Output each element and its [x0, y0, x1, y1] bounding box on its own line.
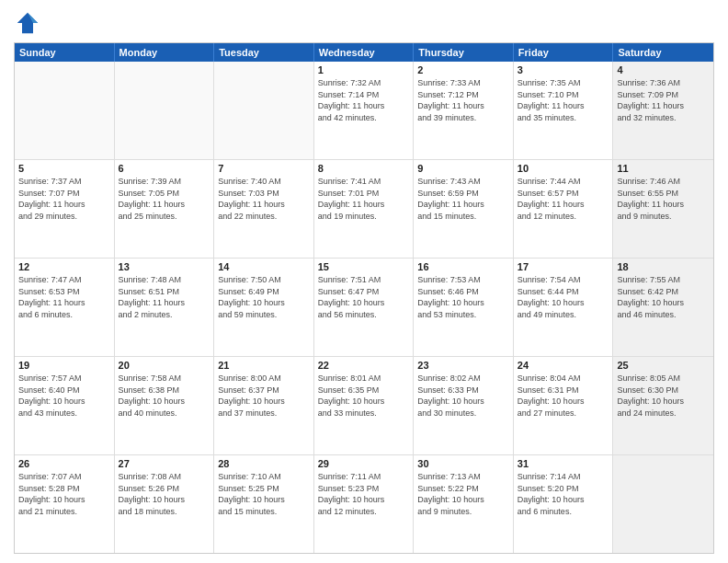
day-info-8: Sunrise: 7:41 AM Sunset: 7:01 PM Dayligh…: [318, 176, 410, 222]
logo: [14, 9, 45, 37]
day-info-9: Sunrise: 7:43 AM Sunset: 6:59 PM Dayligh…: [417, 176, 509, 222]
day-number-29: 29: [318, 458, 410, 469]
week-row-2: 12Sunrise: 7:47 AM Sunset: 6:53 PM Dayli…: [15, 259, 713, 357]
day-cell-16: 16Sunrise: 7:53 AM Sunset: 6:46 PM Dayli…: [414, 259, 514, 356]
day-number-3: 3: [518, 64, 609, 75]
week-row-3: 19Sunrise: 7:57 AM Sunset: 6:40 PM Dayli…: [15, 357, 713, 455]
day-cell-26: 26Sunrise: 7:07 AM Sunset: 5:28 PM Dayli…: [15, 455, 115, 553]
day-number-25: 25: [617, 360, 710, 371]
week-row-4: 26Sunrise: 7:07 AM Sunset: 5:28 PM Dayli…: [15, 455, 713, 553]
day-number-6: 6: [119, 163, 210, 174]
day-cell-22: 22Sunrise: 8:01 AM Sunset: 6:35 PM Dayli…: [314, 357, 415, 454]
day-info-11: Sunrise: 7:46 AM Sunset: 6:55 PM Dayligh…: [617, 176, 710, 222]
day-info-17: Sunrise: 7:54 AM Sunset: 6:44 PM Dayligh…: [518, 274, 609, 320]
day-cell-13: 13Sunrise: 7:48 AM Sunset: 6:51 PM Dayli…: [115, 259, 215, 356]
day-header-sunday: Sunday: [15, 43, 115, 62]
day-info-5: Sunrise: 7:37 AM Sunset: 7:07 PM Dayligh…: [18, 176, 110, 222]
day-header-thursday: Thursday: [414, 43, 514, 62]
day-number-28: 28: [218, 458, 310, 469]
day-info-1: Sunrise: 7:32 AM Sunset: 7:14 PM Dayligh…: [318, 77, 410, 123]
day-number-23: 23: [417, 360, 509, 371]
day-number-7: 7: [218, 163, 310, 174]
day-info-22: Sunrise: 8:01 AM Sunset: 6:35 PM Dayligh…: [318, 373, 410, 419]
day-cell-30: 30Sunrise: 7:13 AM Sunset: 5:22 PM Dayli…: [414, 455, 514, 553]
day-cell-empty-4-6: [613, 455, 713, 553]
day-info-26: Sunrise: 7:07 AM Sunset: 5:28 PM Dayligh…: [18, 471, 110, 517]
day-cell-27: 27Sunrise: 7:08 AM Sunset: 5:26 PM Dayli…: [115, 455, 215, 553]
day-cell-31: 31Sunrise: 7:14 AM Sunset: 5:20 PM Dayli…: [514, 455, 614, 553]
calendar-body: 1Sunrise: 7:32 AM Sunset: 7:14 PM Daylig…: [15, 62, 713, 553]
day-cell-15: 15Sunrise: 7:51 AM Sunset: 6:47 PM Dayli…: [314, 259, 415, 356]
day-info-10: Sunrise: 7:44 AM Sunset: 6:57 PM Dayligh…: [518, 176, 609, 222]
day-info-14: Sunrise: 7:50 AM Sunset: 6:49 PM Dayligh…: [218, 274, 310, 320]
day-info-27: Sunrise: 7:08 AM Sunset: 5:26 PM Dayligh…: [119, 471, 210, 517]
day-number-19: 19: [18, 360, 110, 371]
day-cell-28: 28Sunrise: 7:10 AM Sunset: 5:25 PM Dayli…: [214, 455, 314, 553]
day-cell-empty-0-1: [115, 62, 215, 159]
calendar: SundayMondayTuesdayWednesdayThursdayFrid…: [14, 42, 714, 554]
day-cell-23: 23Sunrise: 8:02 AM Sunset: 6:33 PM Dayli…: [414, 357, 514, 454]
logo-icon: [14, 9, 41, 37]
day-number-11: 11: [617, 163, 710, 174]
day-info-7: Sunrise: 7:40 AM Sunset: 7:03 PM Dayligh…: [218, 176, 310, 222]
day-cell-12: 12Sunrise: 7:47 AM Sunset: 6:53 PM Dayli…: [15, 259, 115, 356]
day-number-17: 17: [518, 261, 609, 272]
day-cell-18: 18Sunrise: 7:55 AM Sunset: 6:42 PM Dayli…: [613, 259, 713, 356]
day-info-19: Sunrise: 7:57 AM Sunset: 6:40 PM Dayligh…: [18, 373, 110, 419]
day-header-friday: Friday: [514, 43, 614, 62]
day-header-saturday: Saturday: [613, 43, 713, 62]
day-cell-7: 7Sunrise: 7:40 AM Sunset: 7:03 PM Daylig…: [214, 160, 314, 258]
day-cell-24: 24Sunrise: 8:04 AM Sunset: 6:31 PM Dayli…: [514, 357, 614, 454]
day-number-10: 10: [518, 163, 609, 174]
week-row-1: 5Sunrise: 7:37 AM Sunset: 7:07 PM Daylig…: [15, 160, 713, 259]
day-info-18: Sunrise: 7:55 AM Sunset: 6:42 PM Dayligh…: [617, 274, 710, 320]
day-number-12: 12: [18, 261, 110, 272]
calendar-header: SundayMondayTuesdayWednesdayThursdayFrid…: [15, 43, 713, 62]
day-number-8: 8: [318, 163, 410, 174]
day-cell-20: 20Sunrise: 7:58 AM Sunset: 6:38 PM Dayli…: [115, 357, 215, 454]
day-number-20: 20: [119, 360, 210, 371]
day-cell-2: 2Sunrise: 7:33 AM Sunset: 7:12 PM Daylig…: [414, 62, 514, 159]
day-cell-1: 1Sunrise: 7:32 AM Sunset: 7:14 PM Daylig…: [314, 62, 415, 159]
day-info-4: Sunrise: 7:36 AM Sunset: 7:09 PM Dayligh…: [617, 77, 710, 123]
day-number-1: 1: [318, 64, 410, 75]
day-info-25: Sunrise: 8:05 AM Sunset: 6:30 PM Dayligh…: [617, 373, 710, 419]
day-cell-21: 21Sunrise: 8:00 AM Sunset: 6:37 PM Dayli…: [214, 357, 314, 454]
header: [14, 9, 714, 37]
day-number-24: 24: [518, 360, 609, 371]
day-number-26: 26: [18, 458, 110, 469]
day-cell-6: 6Sunrise: 7:39 AM Sunset: 7:05 PM Daylig…: [115, 160, 215, 258]
day-cell-25: 25Sunrise: 8:05 AM Sunset: 6:30 PM Dayli…: [613, 357, 713, 454]
day-info-23: Sunrise: 8:02 AM Sunset: 6:33 PM Dayligh…: [417, 373, 509, 419]
day-header-wednesday: Wednesday: [314, 43, 415, 62]
day-cell-5: 5Sunrise: 7:37 AM Sunset: 7:07 PM Daylig…: [15, 160, 115, 258]
day-number-5: 5: [18, 163, 110, 174]
day-number-9: 9: [417, 163, 509, 174]
day-number-18: 18: [617, 261, 710, 272]
day-cell-10: 10Sunrise: 7:44 AM Sunset: 6:57 PM Dayli…: [514, 160, 614, 258]
day-cell-8: 8Sunrise: 7:41 AM Sunset: 7:01 PM Daylig…: [314, 160, 415, 258]
page: SundayMondayTuesdayWednesdayThursdayFrid…: [0, 0, 728, 563]
day-info-2: Sunrise: 7:33 AM Sunset: 7:12 PM Dayligh…: [417, 77, 509, 123]
day-number-15: 15: [318, 261, 410, 272]
day-info-24: Sunrise: 8:04 AM Sunset: 6:31 PM Dayligh…: [518, 373, 609, 419]
day-cell-14: 14Sunrise: 7:50 AM Sunset: 6:49 PM Dayli…: [214, 259, 314, 356]
day-info-30: Sunrise: 7:13 AM Sunset: 5:22 PM Dayligh…: [417, 471, 509, 517]
day-number-2: 2: [417, 64, 509, 75]
day-number-21: 21: [218, 360, 310, 371]
day-cell-11: 11Sunrise: 7:46 AM Sunset: 6:55 PM Dayli…: [613, 160, 713, 258]
day-cell-3: 3Sunrise: 7:35 AM Sunset: 7:10 PM Daylig…: [514, 62, 614, 159]
week-row-0: 1Sunrise: 7:32 AM Sunset: 7:14 PM Daylig…: [15, 62, 713, 160]
day-number-27: 27: [119, 458, 210, 469]
day-cell-17: 17Sunrise: 7:54 AM Sunset: 6:44 PM Dayli…: [514, 259, 614, 356]
day-cell-empty-0-2: [214, 62, 314, 159]
day-cell-9: 9Sunrise: 7:43 AM Sunset: 6:59 PM Daylig…: [414, 160, 514, 258]
day-info-6: Sunrise: 7:39 AM Sunset: 7:05 PM Dayligh…: [119, 176, 210, 222]
day-number-13: 13: [119, 261, 210, 272]
day-info-20: Sunrise: 7:58 AM Sunset: 6:38 PM Dayligh…: [119, 373, 210, 419]
day-cell-4: 4Sunrise: 7:36 AM Sunset: 7:09 PM Daylig…: [613, 62, 713, 159]
day-info-13: Sunrise: 7:48 AM Sunset: 6:51 PM Dayligh…: [119, 274, 210, 320]
day-header-tuesday: Tuesday: [214, 43, 314, 62]
day-number-14: 14: [218, 261, 310, 272]
day-number-30: 30: [417, 458, 509, 469]
